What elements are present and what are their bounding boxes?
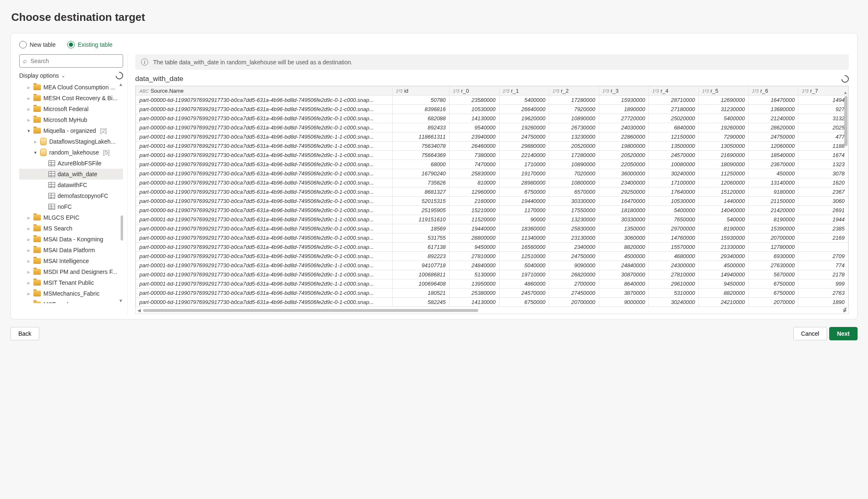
table-cell[interactable]: 1188 xyxy=(798,142,848,151)
table-cell[interactable]: 2385 xyxy=(798,224,848,233)
table-cell[interactable]: 7920000 xyxy=(549,105,599,114)
scroll-down-icon[interactable]: ▼ xyxy=(119,298,123,303)
table-cell[interactable]: part-00000-tid-119907976992917730-b0ca7d… xyxy=(136,252,393,261)
tree-folder-item[interactable]: ▹MSIT Tenant Public xyxy=(19,277,123,288)
table-cell[interactable]: part-00000-tid-119907976992917730-b0ca7d… xyxy=(136,187,393,197)
table-cell[interactable]: 15210000 xyxy=(449,206,499,215)
table-cell[interactable]: 12690000 xyxy=(699,96,748,105)
table-cell[interactable]: 13140000 xyxy=(748,178,798,187)
table-cell[interactable]: 6570000 xyxy=(549,187,599,197)
table-cell[interactable]: part-00000-tid-119907976992917730-b0ca7d… xyxy=(136,243,393,252)
table-cell[interactable]: 13500000 xyxy=(649,142,699,151)
table-cell[interactable]: 119151610 xyxy=(392,215,449,224)
table-cell[interactable]: part-00000-tid-119907976992917730-b0ca7d… xyxy=(136,169,393,178)
expand-caret-icon[interactable]: ▹ xyxy=(33,139,38,144)
table-cell[interactable]: 100686811 xyxy=(392,270,449,279)
table-cell[interactable]: 7020000 xyxy=(549,169,599,178)
tree-folder-item[interactable]: ▹MSTravel xyxy=(19,299,123,303)
refresh-tree-button[interactable] xyxy=(114,70,124,81)
table-cell[interactable]: 12960000 xyxy=(449,187,499,197)
table-cell[interactable]: 5040000 xyxy=(499,261,549,270)
table-cell[interactable]: 19440000 xyxy=(449,224,499,233)
table-cell[interactable]: 24750000 xyxy=(549,252,599,261)
table-cell[interactable]: 774 xyxy=(798,261,848,270)
table-cell[interactable]: 9540000 xyxy=(449,123,499,132)
table-cell[interactable]: part-00000-tid-119907976992917730-b0ca7d… xyxy=(136,105,393,114)
table-cell[interactable]: 27180000 xyxy=(649,105,699,114)
table-cell[interactable]: 25830000 xyxy=(449,169,499,178)
tree-folder-item[interactable]: ▹MEA Cloud Consumption ... xyxy=(19,82,123,93)
tree-folder-item[interactable]: ▾Miquella - organized[2] xyxy=(19,125,123,136)
table-cell[interactable]: 2763 xyxy=(798,289,848,298)
table-cell[interactable]: 15570000 xyxy=(649,243,699,252)
table-cell[interactable]: 12780000 xyxy=(748,243,798,252)
table-cell[interactable]: part-00000-tid-119907976992917730-b0ca7d… xyxy=(136,224,393,233)
table-cell[interactable]: 30870000 xyxy=(599,270,648,279)
table-cell[interactable]: 36000000 xyxy=(599,169,648,178)
table-cell[interactable]: 735626 xyxy=(392,178,449,187)
table-cell[interactable]: 892223 xyxy=(392,252,449,261)
table-row[interactable]: part-00001-tid-119907976992917730-b0ca7d… xyxy=(136,279,848,289)
grid-scroll-down-icon[interactable]: ▼ xyxy=(843,306,848,311)
expand-caret-icon[interactable]: ▹ xyxy=(27,248,31,253)
table-cell[interactable]: 999 xyxy=(798,279,848,289)
table-cell[interactable]: 4500000 xyxy=(599,252,648,261)
table-row[interactable]: part-00000-tid-119907976992917730-b0ca7d… xyxy=(136,187,848,197)
table-row[interactable]: part-00000-tid-119907976992917730-b0ca7d… xyxy=(136,114,848,123)
table-cell[interactable]: 23130000 xyxy=(549,233,599,243)
table-cell[interactable]: 4860000 xyxy=(499,279,549,289)
table-cell[interactable]: 17640000 xyxy=(649,187,699,197)
table-cell[interactable]: 450000 xyxy=(748,169,798,178)
table-cell[interactable]: 22140000 xyxy=(499,151,549,160)
table-cell[interactable]: 100696408 xyxy=(392,279,449,289)
table-cell[interactable]: 7470000 xyxy=(449,160,499,169)
tree-table-item[interactable]: AzureBlobFSFile xyxy=(19,158,123,169)
table-cell[interactable]: 2367 xyxy=(798,187,848,197)
table-cell[interactable]: 3078 xyxy=(798,169,848,178)
table-cell[interactable]: 8396816 xyxy=(392,105,449,114)
expand-caret-icon[interactable]: ▾ xyxy=(33,150,38,155)
table-cell[interactable]: 10890000 xyxy=(549,160,599,169)
table-row[interactable]: part-00000-tid-119907976992917730-b0ca7d… xyxy=(136,105,848,114)
table-cell[interactable]: 90000 xyxy=(499,215,549,224)
table-cell[interactable]: 10800000 xyxy=(549,178,599,187)
tree-lakehouse-item[interactable]: ▹DataflowsStagingLakeh... xyxy=(19,136,123,147)
column-header[interactable]: 1²3r_3 xyxy=(599,86,648,96)
table-cell[interactable]: 14130000 xyxy=(449,298,499,307)
expand-caret-icon[interactable]: ▹ xyxy=(27,96,31,101)
table-cell[interactable]: 2691 xyxy=(798,206,848,215)
table-cell[interactable]: 1494 xyxy=(798,96,848,105)
table-cell[interactable]: 6930000 xyxy=(748,252,798,261)
table-cell[interactable]: 682088 xyxy=(392,114,449,123)
table-cell[interactable]: 24750000 xyxy=(748,132,798,142)
table-cell[interactable]: 1350000 xyxy=(599,224,648,233)
table-cell[interactable]: 540000 xyxy=(699,215,748,224)
table-row[interactable]: part-00000-tid-119907976992917730-b0ca7d… xyxy=(136,252,848,261)
table-cell[interactable]: 75634078 xyxy=(392,142,449,151)
table-row[interactable]: part-00001-tid-119907976992917730-b0ca7d… xyxy=(136,142,848,151)
tree-table-item[interactable]: demofastcopynoFC xyxy=(19,190,123,201)
table-row[interactable]: part-00001-tid-119907976992917730-b0ca7d… xyxy=(136,215,848,224)
table-cell[interactable]: 5670000 xyxy=(748,270,798,279)
expand-caret-icon[interactable]: ▾ xyxy=(27,128,31,134)
table-cell[interactable]: 10890000 xyxy=(549,114,599,123)
table-cell[interactable]: 26730000 xyxy=(549,123,599,132)
table-cell[interactable]: 25195905 xyxy=(392,206,449,215)
table-cell[interactable]: 617138 xyxy=(392,243,449,252)
table-cell[interactable]: 15390000 xyxy=(748,224,798,233)
radio-existing-table[interactable]: Existing table xyxy=(67,41,112,48)
column-header[interactable]: 1²3r_6 xyxy=(748,86,798,96)
table-cell[interactable]: 15120000 xyxy=(699,187,748,197)
tree-table-item[interactable]: data_with_date xyxy=(19,169,123,180)
table-cell[interactable]: part-00001-tid-119907976992917730-b0ca7d… xyxy=(136,142,393,151)
table-cell[interactable]: part-00001-tid-119907976992917730-b0ca7d… xyxy=(136,132,393,142)
table-cell[interactable]: 28620000 xyxy=(748,123,798,132)
radio-new-table[interactable]: New table xyxy=(19,41,56,48)
table-cell[interactable]: 2025 xyxy=(798,123,848,132)
table-cell[interactable]: part-00001-tid-119907976992917730-b0ca7d… xyxy=(136,261,393,270)
expand-caret-icon[interactable]: ▹ xyxy=(27,280,31,286)
expand-caret-icon[interactable]: ▹ xyxy=(27,117,31,123)
table-cell[interactable]: 27450000 xyxy=(549,289,599,298)
table-cell[interactable]: part-00000-tid-119907976992917730-b0ca7d… xyxy=(136,206,393,215)
column-header[interactable]: 1²3r_0 xyxy=(449,86,499,96)
